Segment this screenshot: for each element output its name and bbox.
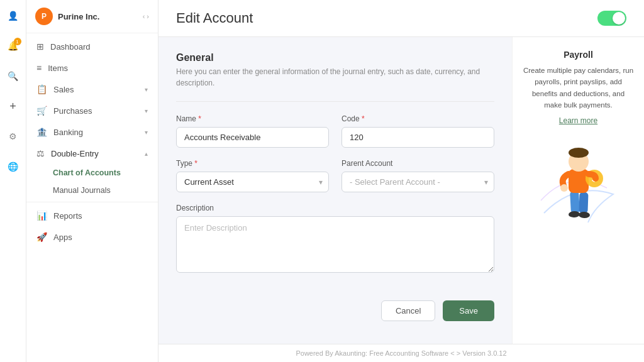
sidebar-divider <box>26 202 158 202</box>
notification-badge: 1 <box>14 38 21 45</box>
bell-icon-btn[interactable]: 🔔 1 <box>4 36 23 55</box>
svg-rect-4 <box>569 169 589 193</box>
description-group: Description <box>176 204 494 273</box>
chevron-down-icon: ▾ <box>145 107 148 114</box>
code-input[interactable] <box>341 127 494 148</box>
type-label: Type * <box>176 159 329 168</box>
cancel-button[interactable]: Cancel <box>381 300 435 321</box>
svg-rect-0 <box>570 190 580 213</box>
main-header: Edit Account <box>158 0 644 37</box>
plus-icon-btn[interactable]: + <box>4 97 23 116</box>
sidebar-item-label: Items <box>48 63 68 73</box>
footer-version: Version 3.0.12 <box>462 349 506 357</box>
gear-icon-btn[interactable]: ⚙ <box>4 127 23 146</box>
description-label: Description <box>176 204 494 212</box>
purchases-icon: 🛒 <box>36 106 47 116</box>
name-label: Name * <box>176 114 329 123</box>
save-button[interactable]: Save <box>443 300 494 321</box>
form-divider <box>176 101 494 102</box>
promo-illustration: $ <box>538 131 619 213</box>
parent-group: Parent Account - Select Parent Account - <box>341 159 494 192</box>
sales-icon: 📋 <box>36 84 47 94</box>
form-area: General Here you can enter the general i… <box>158 37 512 344</box>
sidebar-nav: ⊞ Dashboard ≡ Items 📋 Sales ▾ 🛒 Purchase… <box>26 33 158 250</box>
search-icon-btn[interactable]: 🔍 <box>4 67 23 85</box>
sidebar-item-reports[interactable]: 📊 Reports <box>26 205 158 226</box>
items-icon: ≡ <box>36 63 42 73</box>
globe-icon-btn[interactable]: 🌐 <box>4 157 23 176</box>
sidebar-sub-item-label: Chart of Accounts <box>53 168 121 177</box>
sidebar-item-double-entry[interactable]: ⚖ Double-Entry ▴ <box>26 143 158 164</box>
sidebar-sub-item-chart[interactable]: Chart of Accounts <box>26 164 158 182</box>
svg-rect-1 <box>579 192 588 212</box>
type-select[interactable]: Current Asset Fixed Asset Bank Cash <box>176 172 329 192</box>
svg-point-6 <box>569 148 589 158</box>
banking-icon: 🏦 <box>36 127 47 137</box>
svg-point-9 <box>560 184 568 192</box>
page-title: Edit Account <box>176 10 590 26</box>
type-group: Type * Current Asset Fixed Asset Bank Ca… <box>176 159 329 192</box>
required-star: * <box>362 114 365 123</box>
sidebar-sub-item-label: Manual Journals <box>53 186 111 195</box>
user-icon-btn[interactable]: 👤 <box>4 6 23 25</box>
icon-bar: 👤 🔔 1 🔍 + ⚙ 🌐 <box>0 0 26 362</box>
required-star: * <box>194 159 197 168</box>
type-select-wrapper: Current Asset Fixed Asset Bank Cash <box>176 172 329 192</box>
sidebar-item-label: Sales <box>53 85 74 94</box>
type-parent-row: Type * Current Asset Fixed Asset Bank Ca… <box>176 159 494 192</box>
sidebar-item-label: Banking <box>53 128 83 137</box>
footer-text: Powered By Akaunting: Free Accounting So… <box>296 349 448 357</box>
sidebar-item-label: Reports <box>53 211 82 221</box>
main-content: General Here you can enter the general i… <box>158 37 644 344</box>
name-group: Name * <box>176 114 329 148</box>
sidebar-item-sales[interactable]: 📋 Sales ▾ <box>26 79 158 100</box>
chevron-down-icon: ▾ <box>145 129 148 136</box>
chevron-down-icon: ▾ <box>145 86 148 93</box>
sidebar-item-dashboard[interactable]: ⊞ Dashboard <box>26 36 158 57</box>
code-group: Code * <box>341 114 494 148</box>
form-actions: Cancel Save <box>176 290 494 321</box>
svg-point-3 <box>578 211 589 218</box>
promo-title: Payroll <box>564 50 593 60</box>
sidebar-item-banking[interactable]: 🏦 Banking ▾ <box>26 121 158 143</box>
promo-learn-more-link[interactable]: Learn more <box>559 116 597 125</box>
sidebar-header: P Purine Inc. ‹› <box>26 0 158 33</box>
sidebar-nav-arrows[interactable]: ‹› <box>143 13 149 20</box>
code-label: Code * <box>341 114 494 123</box>
sidebar-item-apps[interactable]: 🚀 Apps <box>26 226 158 248</box>
parent-account-select[interactable]: - Select Parent Account - <box>341 172 494 192</box>
sidebar-item-purchases[interactable]: 🛒 Purchases ▾ <box>26 100 158 121</box>
parent-label: Parent Account <box>341 159 494 168</box>
company-name: Purine Inc. <box>58 12 138 21</box>
main: Edit Account General Here you can enter … <box>158 0 644 362</box>
section-desc: Here you can enter the general informati… <box>176 66 494 89</box>
double-entry-icon: ⚖ <box>36 148 45 158</box>
dashboard-icon: ⊞ <box>36 41 44 52</box>
toggle-knob <box>613 12 625 25</box>
name-input[interactable] <box>176 127 329 148</box>
description-textarea[interactable] <box>176 216 494 273</box>
footer: Powered By Akaunting: Free Accounting So… <box>158 344 644 362</box>
name-code-row: Name * Code * <box>176 114 494 148</box>
sidebar-item-label: Apps <box>53 233 72 242</box>
promo-desc: Create multiple pay calendars, run payro… <box>523 65 634 111</box>
footer-code-icon: < > <box>450 349 462 357</box>
sidebar-item-label: Dashboard <box>50 42 91 52</box>
promo-panel: Payroll Create multiple pay calendars, r… <box>512 37 644 344</box>
company-logo: P <box>35 8 53 25</box>
active-toggle[interactable] <box>597 11 626 26</box>
sidebar-item-items[interactable]: ≡ Items <box>26 57 158 79</box>
sidebar-item-label: Purchases <box>53 106 92 116</box>
apps-icon: 🚀 <box>36 232 47 242</box>
required-star: * <box>198 114 201 123</box>
sidebar: P Purine Inc. ‹› ⊞ Dashboard ≡ Items 📋 S… <box>26 0 158 362</box>
section-title: General <box>176 52 494 63</box>
sidebar-sub-item-journals[interactable]: Manual Journals <box>26 182 158 199</box>
chevron-up-icon: ▴ <box>145 150 148 157</box>
parent-select-wrapper: - Select Parent Account - <box>341 172 494 192</box>
sidebar-item-label: Double-Entry <box>51 149 99 158</box>
reports-icon: 📊 <box>36 211 47 221</box>
